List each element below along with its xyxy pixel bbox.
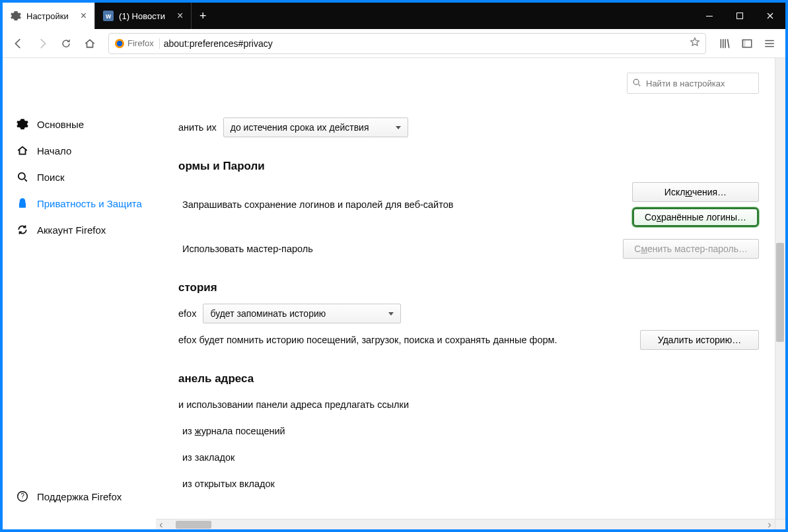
sidebar-item-label: Поддержка Firefox [37,491,122,502]
history-description: efox будет помнить историю посещений, за… [178,335,557,345]
new-tab-button[interactable]: + [192,3,214,29]
close-icon[interactable]: × [81,11,87,21]
horizontal-scroll-thumb[interactable] [176,521,211,529]
tab-news[interactable]: w (1) Новости × [95,3,192,29]
search-icon [632,78,641,90]
maximize-button[interactable] [725,3,755,29]
vertical-scroll-thumb[interactable] [776,243,784,342]
horizontal-scrollbar[interactable]: ‹ › [156,519,775,529]
scroll-right-arrow-icon[interactable]: › [764,519,775,530]
history-prefix-fragment: efox [178,308,196,319]
help-icon: ? [16,490,29,503]
home-icon [16,144,29,157]
select-value: до истечения срока их действия [231,122,369,133]
section-heading-history: стория [178,281,759,294]
identity-label: Firefox [127,38,154,48]
lock-icon [16,197,29,210]
window-frame: Настройки × w (1) Новости × + Firefox [0,0,788,532]
sync-icon [16,223,29,236]
section-heading-addressbar: анель адреса [178,372,759,385]
sidebar-item-label: Приватность и Защита [37,198,142,209]
prefs-search-input[interactable] [627,73,759,94]
addressbar-opt-tabs: из открытых вкладок [182,479,275,489]
addressbar-opt-history: из журнала посещений [182,426,285,436]
close-window-button[interactable] [755,3,785,29]
categories-sidebar: Основные Начало Поиск Приватность и Защи… [3,58,156,529]
content-area: Основные Начало Поиск Приватность и Защи… [3,58,785,529]
sidebar-item-privacy[interactable]: Приватность и Защита [3,190,156,216]
svg-point-3 [117,40,122,46]
chevron-down-icon [396,126,401,129]
minimize-button[interactable] [694,3,725,29]
change-master-password-button[interactable]: Сменить мастер-пароль… [623,239,759,259]
vk-icon: w [103,11,114,21]
scroll-left-arrow-icon[interactable]: ‹ [156,519,166,530]
gear-icon [11,11,21,21]
exceptions-button[interactable]: Исключения… [632,182,759,202]
tab-label: (1) Новости [119,11,165,21]
svg-rect-0 [706,16,713,17]
svg-rect-5 [742,40,746,47]
app-menu-button[interactable] [759,33,780,54]
sidebar-item-search[interactable]: Поиск [3,164,156,190]
scroll-corner [775,519,785,529]
sidebar-item-label: Аккаунт Firefox [37,224,106,236]
titlebar: Настройки × w (1) Новости × + [3,3,785,29]
sidebar-toggle-button[interactable] [736,33,758,54]
close-icon[interactable]: × [177,11,183,21]
search-icon [16,170,29,183]
identity-box[interactable]: Firefox [114,38,160,49]
url-input[interactable] [164,38,686,49]
firefox-icon [114,38,125,49]
keep-cookies-label-fragment: анить их [178,122,217,133]
sidebar-item-account[interactable]: Аккаунт Firefox [3,216,156,243]
svg-rect-7 [19,203,26,208]
svg-text:?: ? [20,492,24,500]
gear-icon [16,117,29,131]
clear-history-button[interactable]: Удалить историю… [640,330,759,350]
svg-point-10 [633,79,639,84]
sidebar-item-label: Начало [37,145,71,156]
svg-rect-1 [737,13,743,19]
ask-save-passwords-label: Запрашивать сохранение логинов и паролей… [182,199,453,210]
bookmark-star-icon[interactable] [690,37,700,50]
tab-settings[interactable]: Настройки × [3,3,95,29]
svg-point-6 [18,173,25,180]
chevron-down-icon [388,312,394,316]
sidebar-item-label: Поиск [37,172,65,183]
library-button[interactable] [714,33,735,54]
home-button[interactable] [79,33,100,54]
sidebar-item-label: Основные [37,119,84,130]
reload-button[interactable] [55,33,77,54]
sidebar-item-home[interactable]: Начало [3,137,156,164]
section-heading-forms: ормы и Пароли [178,160,759,173]
forward-button[interactable] [32,33,53,54]
back-button[interactable] [8,33,29,54]
vertical-scrollbar[interactable] [775,58,785,519]
url-bar[interactable]: Firefox [108,33,706,54]
keep-cookies-select[interactable]: до истечения срока их действия [223,117,408,137]
tab-label: Настройки [26,11,69,21]
history-mode-select[interactable]: будет запоминать историю [203,304,401,323]
use-master-password-label: Использовать мастер-пароль [182,244,313,254]
sidebar-item-general[interactable]: Основные [3,111,156,137]
prefs-search-container [627,73,759,94]
nav-toolbar: Firefox [3,29,785,58]
sidebar-item-support[interactable]: ? Поддержка Firefox [3,483,156,510]
select-value: будет запоминать историю [210,308,326,319]
preferences-panel: анить их до истечения срока их действия … [156,58,785,529]
addressbar-intro: и использовании панели адреса предлагать… [178,399,409,410]
window-controls [694,3,785,29]
saved-logins-button[interactable]: Сохранённые логины… [632,207,759,227]
addressbar-opt-bookmarks: из закладок [182,452,234,463]
